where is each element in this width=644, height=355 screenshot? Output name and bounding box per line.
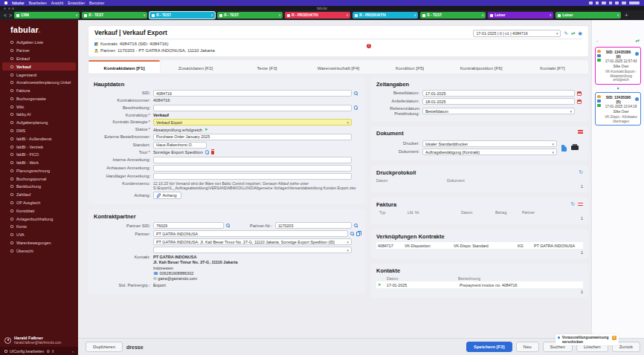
contact-email[interactable]: gatra@gatraindo.com: [158, 276, 197, 281]
sidebar-item-fabbi-work[interactable]: fabBI - Work: [2, 159, 76, 167]
sidebar-item-fabbi-aussendienst[interactable]: fabBI - Außendienst: [2, 134, 76, 143]
partner-input[interactable]: [153, 230, 348, 237]
sidebar-item-uebersicht[interactable]: Übersicht: [2, 247, 76, 255]
handlager-anmerkung-input[interactable]: [153, 173, 352, 180]
duplizieren-button[interactable]: Duplizieren: [86, 342, 123, 352]
printer-icon[interactable]: [571, 146, 579, 150]
tab-close-icon[interactable]: x: [76, 13, 77, 17]
sidebar-item-dms[interactable]: DMS: [2, 127, 76, 135]
verknuepfung-row[interactable]: 4084717 VK-Disposition VK-Dispo: Standar…: [376, 242, 583, 249]
tabs-forward-button[interactable]: >: [9, 13, 12, 18]
sidebar-item-einkauf[interactable]: Einkauf: [2, 55, 76, 63]
browser-tab-leiner-2[interactable]: Leiner x: [556, 12, 621, 19]
sidebar-item-aufgaben-liste[interactable]: Aufgaben Liste: [2, 39, 76, 47]
sidebar-item-partner[interactable]: Partner: [2, 47, 76, 55]
browser-tab-crm[interactable]: CRM x: [14, 12, 80, 19]
tab-kontraktposition[interactable]: Kontraktposition [F6]: [445, 60, 517, 74]
edit-icon[interactable]: ✎: [564, 31, 567, 36]
status-icon[interactable]: [602, 1, 606, 4]
browser-tab-r-test-1[interactable]: R - TEST x: [82, 12, 147, 19]
tab-close-icon[interactable]: x: [347, 13, 348, 17]
share-icon[interactable]: ⇄: [571, 31, 575, 36]
battery-icon[interactable]: [622, 1, 626, 4]
sidebar-item-wiki[interactable]: Wiki: [2, 102, 76, 111]
anlieferdatum-input[interactable]: [422, 98, 575, 105]
calendar-icon[interactable]: [577, 100, 582, 104]
search-icon[interactable]: [354, 105, 358, 110]
error-exclamation-icon[interactable]: !: [367, 44, 371, 48]
neu-button[interactable]: Neu: [516, 342, 539, 352]
search-icon[interactable]: [615, 1, 619, 4]
browser-tab-leiner-1[interactable]: Leiner x: [488, 12, 553, 19]
partner-address2-select[interactable]: ▾: [153, 247, 352, 253]
maximize-window-button[interactable]: [12, 7, 14, 10]
notification-card[interactable]: SID: 13435395 (5) 17-01-2025 13:04:19 Si…: [595, 92, 641, 126]
partner-sid-input[interactable]: [153, 222, 224, 229]
tab-kondition[interactable]: Kondition [F5]: [374, 60, 445, 74]
menu-entwickler[interactable]: Entwickler: [68, 1, 85, 5]
sidebar-item-uva[interactable]: UVA: [2, 231, 76, 239]
sid-input[interactable]: [153, 90, 352, 97]
browser-tab-r-test-3[interactable]: R - TEST x: [217, 12, 283, 19]
search-icon[interactable]: [226, 224, 231, 228]
save-button[interactable]: Speichern [F2]: [466, 342, 512, 352]
tab-close-icon[interactable]: x: [550, 13, 551, 17]
info-icon[interactable]: [635, 97, 639, 101]
interne-anmerkung-input[interactable]: [153, 157, 352, 163]
tab-close-icon[interactable]: x: [144, 13, 145, 17]
menu-ansicht[interactable]: Ansicht: [51, 1, 63, 5]
strategie-select[interactable]: Verkauf Export ▾: [153, 119, 352, 126]
browser-tab-r-test-4[interactable]: R - TEST x: [420, 12, 486, 19]
globe-icon[interactable]: ◉: [578, 31, 582, 36]
status-icon[interactable]: [589, 1, 593, 4]
bestelldatum-input[interactable]: [422, 90, 575, 97]
sidebar-item-zahllauf[interactable]: Zahllauf: [2, 191, 76, 199]
dokument-select[interactable]: Auftragsbestätigung (Kontrakt) ▾: [422, 149, 557, 155]
vorauszahlung-notice[interactable]: Vorauszahlungsanweisung verschicken !: [556, 334, 619, 345]
tab-close-icon[interactable]: x: [211, 13, 213, 17]
browser-tab-r-test-2-active[interactable]: R - TEST x: [149, 12, 215, 19]
tab-close-icon[interactable]: x: [414, 13, 416, 17]
anhang-button[interactable]: Anhang: [153, 192, 181, 199]
partner-address-select[interactable]: PT GATRA INDONUSA: Jl. Kali Besar Timur …: [153, 238, 352, 245]
tab-warenwirtschaft[interactable]: Warenwirtschaft [F4]: [303, 60, 374, 74]
browser-tab-r-produktiv-2[interactable]: R - PRODUKTIV x: [352, 12, 418, 19]
uiconfig-label[interactable]: UIConfig bearbeiten: [10, 349, 44, 354]
tab-close-icon[interactable]: x: [482, 13, 483, 17]
externe-bestellnummer-input[interactable]: [153, 134, 352, 140]
kontakt-row[interactable]: ➤ 17-01-2025 Prepayment invoice no. 4084…: [376, 281, 583, 288]
close-window-button[interactable]: [4, 7, 6, 10]
search-icon[interactable]: [354, 91, 358, 96]
gear-icon[interactable]: ⚙: [46, 349, 50, 354]
status-icon[interactable]: [596, 1, 599, 4]
sidebar-item-anlagenbuchhaltung[interactable]: Anlagenbuchhaltung: [2, 215, 76, 223]
sidebar-item-faktura[interactable]: Faktura: [2, 87, 76, 95]
sidebar-item-aufgabenplanung[interactable]: Aufgabenplanung: [2, 119, 76, 127]
sidebar-item-annahmestellenplanung[interactable]: Annahmestellenplanung Unkel: [2, 79, 76, 87]
version-select[interactable]: 17-01-2025 | 0 | v1 | 4084716 ▾: [473, 30, 561, 37]
flag-icon[interactable]: [578, 203, 583, 206]
sidebar-item-konto[interactable]: Konto: [2, 223, 76, 231]
panel-collapse-icon[interactable]: ‹: [596, 39, 598, 44]
tab-texte[interactable]: Texte [F3]: [231, 60, 303, 74]
sidebar-item-fabbi-vertrieb[interactable]: fabBI - Vertrieb: [2, 143, 76, 151]
wifi-icon[interactable]: [609, 1, 612, 4]
new-tab-button[interactable]: +: [625, 13, 628, 18]
sidebar-item-lagerstand[interactable]: Lagerstand: [2, 71, 76, 79]
tab-close-icon[interactable]: x: [617, 13, 619, 17]
sidebar-item-verkauf[interactable]: Verkauf: [2, 62, 76, 71]
referenzdatum-select[interactable]: Bestelldatum ▾: [422, 108, 575, 114]
phone-icon[interactable]: ☎: [153, 271, 158, 276]
menu-bearbeiten[interactable]: Bearbeiten: [29, 1, 47, 5]
minimize-window-button[interactable]: [8, 7, 10, 10]
tab-zusatzdaten[interactable]: Zusatzdaten [F2]: [160, 60, 231, 74]
tab-close-icon[interactable]: x: [279, 13, 280, 17]
anhausen-anmerkung-input[interactable]: [153, 165, 352, 172]
radio-dot-icon[interactable]: [558, 336, 561, 339]
tab-kontakt[interactable]: Kontakt [F7]: [517, 60, 588, 74]
pdf-preview-icon[interactable]: [561, 145, 567, 152]
partner-nr-input[interactable]: [275, 222, 352, 229]
delete-icon[interactable]: [211, 151, 215, 155]
sidebar-item-warenbewegungen[interactable]: Warenbewegungen: [2, 239, 76, 247]
notification-card[interactable]: SID: 13435386 (9) 17-01-2025 12:57:43 Si…: [595, 47, 641, 85]
